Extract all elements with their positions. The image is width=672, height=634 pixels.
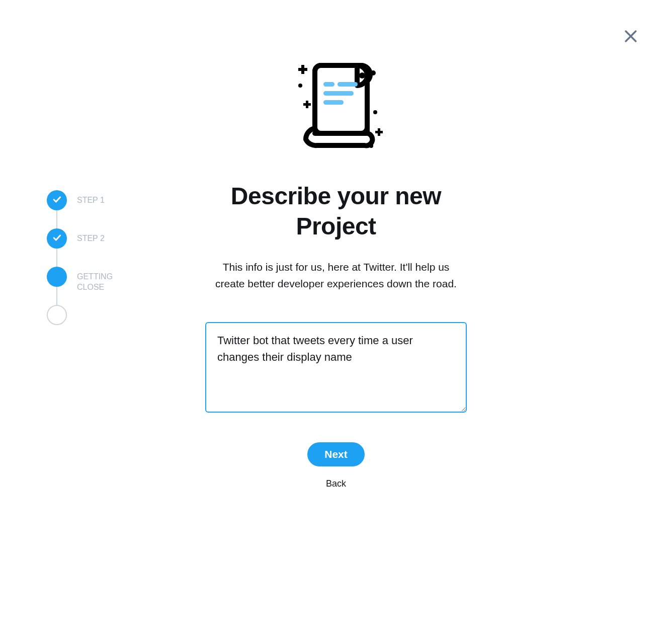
step-label: GETTING CLOSE — [77, 272, 132, 293]
project-description-input[interactable] — [205, 322, 467, 413]
step-1: STEP 1 — [47, 190, 132, 228]
step-circle-done — [47, 228, 67, 249]
step-label: STEP 1 — [77, 195, 105, 206]
page-subtext: This info is just for us, here at Twitte… — [205, 259, 467, 292]
page-heading: Describe your new Project — [205, 181, 467, 242]
project-scroll-illustration — [286, 53, 386, 153]
actions: Next Back — [205, 442, 467, 489]
close-button[interactable] — [622, 28, 639, 47]
step-label: STEP 2 — [77, 233, 105, 244]
next-button[interactable]: Next — [307, 442, 365, 466]
svg-rect-9 — [338, 82, 358, 87]
step-3: GETTING CLOSE — [47, 267, 132, 305]
close-icon — [622, 38, 639, 46]
step-2: STEP 2 — [47, 228, 132, 267]
step-circle-done — [47, 190, 67, 210]
main-content: Describe your new Project This info is j… — [205, 181, 467, 489]
step-circle-pending — [47, 305, 67, 325]
svg-point-4 — [373, 110, 377, 114]
svg-rect-11 — [323, 100, 344, 105]
check-icon — [52, 194, 62, 206]
check-icon — [52, 232, 62, 245]
svg-rect-10 — [323, 91, 354, 96]
step-connector — [56, 210, 57, 230]
back-link[interactable]: Back — [205, 479, 467, 489]
svg-rect-8 — [323, 82, 334, 87]
step-connector — [56, 249, 57, 269]
svg-point-2 — [298, 84, 302, 88]
step-4 — [47, 305, 132, 343]
svg-point-7 — [359, 72, 365, 78]
step-connector — [56, 287, 57, 307]
stepper: STEP 1 STEP 2 GETTING CLOSE — [47, 190, 132, 343]
step-circle-current — [47, 267, 67, 287]
